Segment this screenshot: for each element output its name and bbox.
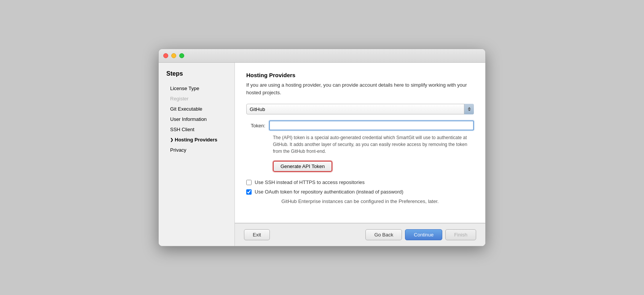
section-title: Hosting Providers [246,72,474,78]
sidebar-item-license-type[interactable]: License Type [159,83,234,94]
finish-button[interactable]: Finish [445,229,476,240]
main-content: Steps License Type Register Git Executab… [159,63,485,246]
oauth-checkbox-label: Use OAuth token for repository authentic… [255,189,403,195]
go-back-button[interactable]: Go Back [365,229,402,240]
ssh-checkbox[interactable] [246,180,252,185]
token-label: Token: [246,123,269,128]
sidebar-title: Steps [159,70,234,83]
ssh-checkbox-label: Use SSH instead of HTTPS to access repos… [255,179,365,185]
content-area: Hosting Providers If you are using a hos… [235,63,485,246]
sidebar-item-hosting-providers[interactable]: ❯ Hosting Providers [159,135,234,145]
sidebar-item-user-information[interactable]: User Information [159,114,234,124]
sidebar-item-label-license-type: License Type [170,86,199,91]
oauth-checkbox[interactable] [246,189,252,195]
token-description: The (API) token is a special auto-genera… [273,134,474,155]
provider-select[interactable]: GitHub GitLab Bitbucket Other [246,104,474,114]
sidebar-item-git-executable[interactable]: Git Executable [159,104,234,114]
main-window: Steps License Type Register Git Executab… [158,49,486,246]
enterprise-note: GitHub Enterprise instances can be confi… [246,198,474,204]
section-description: If you are using a hosting provider, you… [246,81,474,96]
exit-button[interactable]: Exit [244,229,270,240]
traffic-lights [163,53,184,58]
close-button[interactable] [163,53,168,58]
titlebar [159,49,485,63]
token-row: Token: [246,121,474,130]
generate-api-token-button[interactable]: Generate API Token [273,161,332,172]
sidebar-item-ssh-client[interactable]: SSH Client [159,124,234,135]
maximize-button[interactable] [179,53,184,58]
provider-row: GitHub GitLab Bitbucket Other [246,104,474,114]
sidebar-item-privacy[interactable]: Privacy [159,145,234,155]
provider-select-wrapper[interactable]: GitHub GitLab Bitbucket Other [246,104,474,114]
sidebar-item-label-privacy: Privacy [170,147,187,153]
minimize-button[interactable] [171,53,176,58]
chevron-icon: ❯ [170,138,173,142]
sidebar: Steps License Type Register Git Executab… [159,63,235,246]
ssh-checkbox-row: Use SSH instead of HTTPS to access repos… [246,179,474,185]
sidebar-item-register[interactable]: Register [159,94,234,104]
footer: Exit Go Back Continue Finish [235,223,485,246]
sidebar-item-label-git-executable: Git Executable [170,106,202,112]
sidebar-item-label-register: Register [170,96,188,102]
footer-right: Go Back Continue Finish [365,229,476,240]
continue-button[interactable]: Continue [405,229,442,240]
oauth-checkbox-row: Use OAuth token for repository authentic… [246,189,474,195]
footer-left: Exit [244,229,270,240]
sidebar-item-label-ssh-client: SSH Client [170,127,194,132]
content-body: Hosting Providers If you are using a hos… [235,63,485,223]
generate-btn-wrapper: Generate API Token [273,161,474,172]
sidebar-item-label-user-information: User Information [170,116,207,122]
token-input[interactable] [269,121,474,130]
sidebar-item-label-hosting-providers: Hosting Providers [175,137,217,143]
